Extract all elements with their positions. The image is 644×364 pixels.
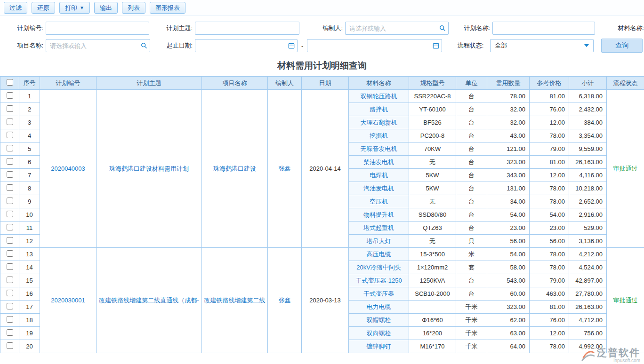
row-checkbox[interactable] <box>7 277 13 283</box>
search-icon[interactable] <box>437 25 448 32</box>
row-select-cell <box>0 287 19 301</box>
spec-model: SCB10-2000 <box>409 287 456 301</box>
project-name-link[interactable]: 珠海鹤港口建设 <box>202 90 268 248</box>
material-name-link[interactable]: 柴油发电机 <box>349 156 409 169</box>
material-name-link[interactable]: 镀锌脚钉 <box>349 340 409 353</box>
material-name-link[interactable]: 塔吊大灯 <box>349 235 409 248</box>
material-name-link[interactable]: 双向螺栓 <box>349 327 409 340</box>
subtotal: 2,916.00 <box>569 208 607 222</box>
row-checkbox[interactable] <box>7 184 13 191</box>
row-checkbox[interactable] <box>7 329 13 336</box>
row-select-cell <box>0 129 19 142</box>
plan-no-link[interactable]: 2020040003 <box>40 90 97 248</box>
plan-subject-link[interactable]: 改建铁路线增建第二线直通线（成都- <box>97 248 202 353</box>
spec-model: 5KW <box>409 182 456 195</box>
plan-no-input[interactable] <box>46 22 149 34</box>
material-name-link[interactable]: 干式变压器 <box>349 287 409 301</box>
row-checkbox[interactable] <box>7 237 13 244</box>
page-title: 材料需用计划明细查询 <box>0 60 644 72</box>
material-name-link[interactable]: 干式变压器-1250 <box>349 274 409 287</box>
material-name-link[interactable]: 电焊机 <box>349 169 409 182</box>
row-checkbox[interactable] <box>7 145 13 151</box>
flow-status-select[interactable]: 全部 <box>490 39 594 52</box>
query-button[interactable]: 查询 <box>601 39 643 53</box>
material-name-link[interactable]: 路拌机 <box>349 103 409 116</box>
plan-subject-input[interactable] <box>195 22 299 34</box>
export-button-label: 输出 <box>100 4 112 12</box>
unit: 千米 <box>456 314 487 327</box>
list-button[interactable]: 列表 <box>122 2 145 14</box>
restore-button[interactable]: 还原 <box>32 2 55 14</box>
material-name-link[interactable]: 高压电缆 <box>349 248 409 261</box>
row-checkbox[interactable] <box>7 316 13 323</box>
compiler-input[interactable] <box>346 22 437 34</box>
row-checkbox[interactable] <box>7 171 13 178</box>
row-checkbox[interactable] <box>7 342 13 349</box>
required-qty: 63.00 <box>487 327 530 340</box>
row-number: 3 <box>19 116 40 129</box>
row-number: 2 <box>19 103 40 116</box>
row-checkbox[interactable] <box>7 303 13 309</box>
flow-status-label: 流程状态: <box>451 41 483 50</box>
start-date-input[interactable] <box>195 40 286 52</box>
required-qty: 323.00 <box>487 156 530 169</box>
compiler-input-box <box>345 22 449 35</box>
spec-model: 1×120mm2 <box>409 261 456 274</box>
select-all-checkbox[interactable] <box>7 79 13 86</box>
subtotal: 3,354.00 <box>569 129 607 142</box>
material-name-link[interactable]: 汽油发电机 <box>349 182 409 195</box>
project-name-link[interactable]: 改建铁路线增建第二线 <box>202 248 268 353</box>
row-checkbox[interactable] <box>7 92 13 99</box>
calendar-icon[interactable] <box>286 42 297 49</box>
material-name-link[interactable]: 空压机 <box>349 195 409 208</box>
row-number: 16 <box>19 287 40 301</box>
subtotal: 529.00 <box>569 222 607 235</box>
compiler-link[interactable]: 张鑫 <box>268 248 302 353</box>
subtotal: 6,318.00 <box>569 90 607 103</box>
calendar-icon[interactable] <box>430 42 442 49</box>
material-name-link[interactable]: 塔式起重机 <box>349 222 409 235</box>
graph-report-button[interactable]: 图形报表 <box>150 2 185 14</box>
search-icon[interactable] <box>138 42 150 49</box>
col-header-compiler: 编制人 <box>268 77 302 90</box>
plan-name-input[interactable] <box>493 22 595 34</box>
material-name-link[interactable]: 双钢轮压路机 <box>349 90 409 103</box>
row-checkbox[interactable] <box>7 250 13 257</box>
material-name-link[interactable]: 双帽螺栓 <box>349 314 409 327</box>
filter-button[interactable]: 过滤 <box>4 2 27 14</box>
row-checkbox[interactable] <box>7 211 13 217</box>
print-button[interactable]: 打印▼ <box>59 2 90 14</box>
row-checkbox[interactable] <box>7 158 13 165</box>
select-all-cell <box>0 77 19 90</box>
table-row: 132020030001改建铁路线增建第二线直通线（成都-改建铁路线增建第二线张… <box>0 248 644 261</box>
col-header-date: 日期 <box>302 77 349 90</box>
material-name-link[interactable]: 20kV冷缩中间头 <box>349 261 409 274</box>
row-checkbox[interactable] <box>7 290 13 296</box>
row-checkbox[interactable] <box>7 263 13 270</box>
export-button[interactable]: 输出 <box>94 2 118 14</box>
col-header-qty: 需用数量 <box>487 77 530 90</box>
row-checkbox[interactable] <box>7 224 13 230</box>
row-checkbox[interactable] <box>7 119 13 125</box>
material-name-link[interactable]: 大理石翻新机 <box>349 116 409 129</box>
plan-no-link[interactable]: 2020030001 <box>40 248 97 353</box>
row-checkbox[interactable] <box>7 198 13 204</box>
compiler-link[interactable]: 张鑫 <box>268 90 302 248</box>
row-checkbox[interactable] <box>7 105 13 112</box>
subtotal: 4,712.00 <box>569 314 607 327</box>
row-checkbox[interactable] <box>7 132 13 138</box>
row-select-cell <box>0 142 19 156</box>
end-date-input[interactable] <box>307 40 430 52</box>
material-name-link[interactable]: 电力电缆 <box>349 301 409 314</box>
reference-price: 78.00 <box>530 340 569 353</box>
material-name-link[interactable]: 挖掘机 <box>349 129 409 142</box>
spec-model: M16*170 <box>409 340 456 353</box>
reference-price: 56.00 <box>530 235 569 248</box>
material-name-link[interactable]: 无噪音发电机 <box>349 142 409 156</box>
col-header-flow-status: 流程状态 <box>607 77 644 90</box>
reference-price: 81.00 <box>530 156 569 169</box>
material-name-link[interactable]: 物料提升机 <box>349 208 409 222</box>
project-name-input[interactable] <box>46 40 138 52</box>
filter-row-2: 项目名称: 起止日期: - <box>0 38 644 53</box>
plan-subject-link[interactable]: 珠海鹤港口建设材料需用计划 <box>97 90 202 248</box>
